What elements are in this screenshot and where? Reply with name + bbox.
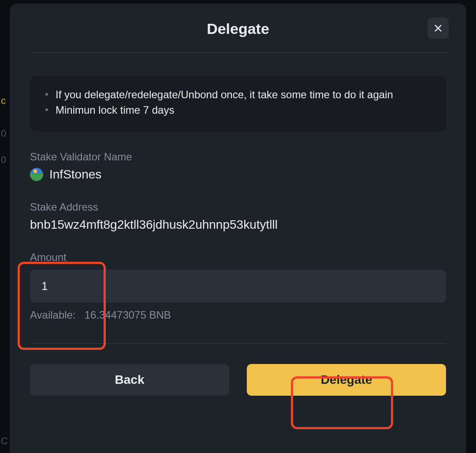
amount-input[interactable] [30,270,446,303]
info-item: Minimun lock time 7 days [45,103,431,118]
address-section: Stake Address bnb15wz4mft8g2ktll36jdhusk… [30,201,446,232]
amount-section: Amount Available: 16.34473075 BNB [30,251,446,321]
available-value: 16.34473075 BNB [85,309,171,321]
available-row: Available: 16.34473075 BNB [30,309,446,321]
back-button-label: Back [115,373,145,387]
validator-name: InfStones [49,167,101,182]
bg-hint-2: 0 [1,128,6,139]
modal-title: Delegate [207,20,269,37]
bg-hint-4: C [1,435,8,447]
delegate-modal: Delegate If you delegate/redelegate/Unbo… [10,4,466,453]
stake-address: bnb15wz4mft8g2ktll36jdhusk2uhnnp53kutytl… [30,218,446,232]
amount-label: Amount [30,251,446,264]
validator-label: Stake Validator Name [30,151,446,163]
back-button[interactable]: Back [30,364,229,396]
delegate-button[interactable]: Delegate [247,364,446,396]
available-label: Available: [30,309,76,321]
close-button[interactable] [428,18,449,39]
info-box: If you delegate/redelegate/Unbond once, … [30,76,446,131]
divider [30,343,446,344]
close-icon [433,23,443,33]
button-row: Back Delegate [30,364,446,396]
bg-hint-1: c [1,95,6,107]
modal-header: Delegate [30,20,446,53]
validator-avatar-icon [30,168,43,181]
bg-hint-3: 0 [1,154,6,166]
info-item: If you delegate/redelegate/Unbond once, … [45,87,431,103]
address-label: Stake Address [30,201,446,213]
delegate-button-label: Delegate [321,373,372,387]
validator-section: Stake Validator Name InfStones [30,151,446,182]
